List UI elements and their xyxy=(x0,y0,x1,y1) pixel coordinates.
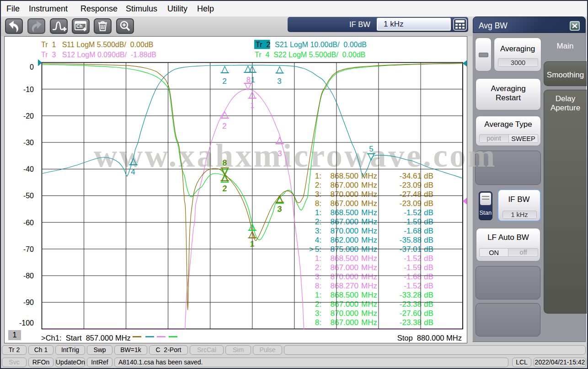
svg-text:Ch: Ch xyxy=(76,24,82,29)
